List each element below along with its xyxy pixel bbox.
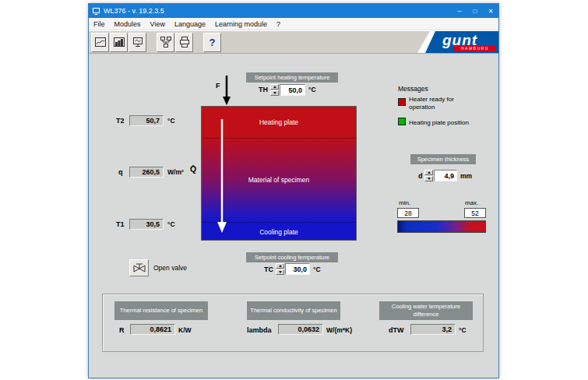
menu-help[interactable]: ?: [272, 20, 285, 28]
network-icon: [160, 36, 172, 48]
d-spin-down-button[interactable]: [424, 176, 433, 181]
lambda-value-readout: 0,0632: [278, 324, 323, 335]
toolbar: ? gunt HAMBURG: [89, 30, 498, 54]
dtw-value-readout: 3,2: [410, 324, 456, 335]
t2-param-label: T2: [116, 117, 125, 125]
close-button[interactable]: ✕: [483, 4, 498, 18]
gunt-logo-panel: gunt HAMBURG: [425, 31, 498, 53]
t1-param-label: T1: [116, 220, 125, 228]
process-scheme-icon: [94, 36, 107, 48]
tc-spinner: [276, 263, 284, 275]
spin-up-icon: [273, 86, 276, 88]
setpoint-cooling-label: Setpoint cooling temperature: [246, 252, 338, 262]
toolbar-button-chart[interactable]: [110, 33, 128, 52]
gunt-logo-subtext-label: HAMBURG: [461, 46, 489, 51]
temperature-colorbar: [397, 220, 486, 233]
q-value-readout: 260,5: [129, 167, 164, 178]
r-param-label: R: [119, 326, 125, 334]
toolbar-button-help[interactable]: ?: [203, 33, 221, 52]
tc-spin-down-button[interactable]: [276, 269, 284, 275]
d-value-input[interactable]: 4,9: [434, 170, 457, 181]
t1-value-readout: 30,5: [129, 219, 164, 230]
result-group-title: Thermal resistance of specimen: [114, 301, 208, 320]
printer-icon: [178, 36, 191, 48]
th-spinner: [270, 84, 279, 96]
toolbar-button-display[interactable]: [129, 33, 146, 52]
scale-min-input[interactable]: 28: [397, 208, 419, 218]
menu-view[interactable]: View: [146, 20, 170, 28]
main-panel: Setpoint heating temperature F TH 50,0 °…: [89, 54, 498, 378]
q-param-label: q: [118, 168, 123, 176]
dtw-param-label: dTW: [389, 326, 404, 334]
lambda-param-label: lambda: [247, 326, 272, 334]
menu-modules[interactable]: Modules: [110, 20, 146, 28]
app-icon: [92, 7, 100, 16]
messages-title: Messages: [398, 85, 428, 93]
toolbar-separator: [147, 33, 157, 52]
open-valve-button[interactable]: [129, 259, 149, 276]
scale-min-label: min.: [399, 199, 410, 206]
t2-value-readout: 50,7: [129, 115, 164, 126]
heater-ready-label: Heater ready for operation: [409, 96, 474, 112]
t1-unit-label: °C: [167, 220, 175, 228]
results-panel: Thermal resistance of specimen R 0,8621 …: [102, 294, 484, 352]
spin-up-icon: [279, 265, 282, 267]
r-unit-label: K/W: [178, 326, 192, 334]
tc-spin-up-button[interactable]: [276, 263, 284, 269]
menu-learning-module[interactable]: Learning module: [210, 20, 272, 28]
heat-flow-arrow-icon: [216, 118, 228, 239]
gunt-logo: gunt HAMBURG: [417, 31, 498, 53]
menu-file[interactable]: File: [89, 20, 110, 28]
toolbar-separator: [194, 33, 203, 52]
heater-ready-status-icon: [398, 98, 406, 106]
q-unit-label: W/m²: [167, 168, 184, 176]
maximize-button[interactable]: □: [467, 4, 483, 18]
specimen-plate-diagram: Heating plate Material of specimen Cooli…: [201, 106, 357, 241]
scale-max-label: max.: [465, 199, 478, 206]
d-param-label: d: [418, 172, 423, 180]
scale-max-input[interactable]: 52: [464, 208, 486, 218]
dtw-unit-label: °C: [459, 326, 467, 334]
r-value-readout: 0,8621: [130, 324, 175, 335]
th-spin-down-button[interactable]: [270, 90, 279, 96]
d-spin-up-button[interactable]: [424, 170, 433, 175]
spin-down-icon: [279, 271, 282, 273]
t2-unit-label: °C: [167, 117, 175, 125]
specimen-thickness-label: Specimen thickness: [410, 154, 476, 164]
result-group-title: Thermal conductivity of specimen: [247, 301, 340, 320]
window-title: WL376 - v. 19.2.3.5: [104, 7, 452, 15]
heat-flow-label: Q̇: [190, 164, 196, 174]
display-icon: [132, 36, 144, 48]
menu-language[interactable]: Language: [170, 20, 210, 28]
setpoint-heating-label: Setpoint heating temperature: [246, 72, 338, 83]
spin-down-icon: [428, 178, 431, 180]
th-value-input[interactable]: 50,0: [280, 84, 305, 96]
tc-value-input[interactable]: 30,0: [285, 263, 310, 275]
tc-unit-label: °C: [313, 266, 321, 273]
result-group-title: Cooling water temperature difference: [379, 301, 473, 320]
d-spinner: [424, 170, 433, 181]
force-arrow-icon: [222, 76, 231, 109]
d-unit-label: mm: [460, 172, 472, 180]
th-unit-label: °C: [308, 86, 316, 93]
desktop: { "colors": { "titlebar_blue": "#1a7dd6"…: [0, 0, 588, 380]
spin-up-icon: [428, 171, 431, 174]
minimize-button[interactable]: ─: [452, 4, 467, 18]
tc-param-label: TC: [264, 266, 273, 273]
open-valve-label: Open valve: [153, 264, 187, 272]
gunt-logo-subtext: HAMBURG: [454, 45, 496, 51]
th-spin-up-button[interactable]: [270, 84, 279, 90]
menubar: File Modules View Language Learning modu…: [89, 18, 498, 30]
th-param-label: TH: [259, 86, 268, 93]
toolbar-button-scheme[interactable]: [91, 33, 109, 52]
bar-chart-icon: [113, 36, 125, 48]
toolbar-button-print[interactable]: [175, 33, 193, 52]
titlebar[interactable]: WL376 - v. 19.2.3.5 ─ □ ✕: [89, 4, 498, 18]
plate-position-label: Heating plate position: [409, 119, 485, 127]
help-icon: ?: [209, 37, 216, 48]
app-window: WL376 - v. 19.2.3.5 ─ □ ✕ File Modules V…: [88, 3, 499, 378]
plate-position-status-icon: [398, 118, 406, 125]
lambda-unit-label: W/(m*K): [326, 326, 352, 334]
toolbar-button-network[interactable]: [157, 33, 174, 52]
valve-icon: [132, 262, 146, 274]
